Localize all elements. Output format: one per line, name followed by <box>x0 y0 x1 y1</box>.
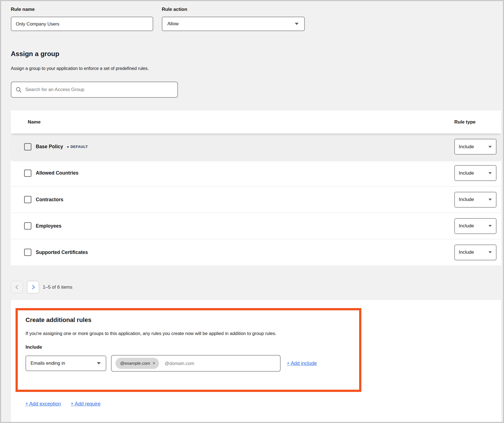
rule-type-select[interactable]: Include <box>454 192 497 208</box>
table-row: Supported Certificates Include <box>11 239 501 265</box>
column-header-name: Name <box>28 119 41 125</box>
table-row: Base Policy • DEFAULT Include <box>11 134 501 160</box>
include-rule-controls: Emails ending in @example.com × + Add in… <box>26 355 359 372</box>
rule-action-label: Rule action <box>162 7 305 12</box>
remove-chip-icon[interactable]: × <box>153 361 155 366</box>
chevron-down-icon <box>488 172 492 174</box>
row-name: Allowed Countries <box>36 170 79 176</box>
previous-page-button[interactable] <box>11 281 23 293</box>
additional-rules-section: Create additional rules If you're assign… <box>18 310 359 372</box>
table-header: Name Rule type <box>11 110 501 134</box>
rule-type-value: Include <box>459 250 474 255</box>
default-badge: • DEFAULT <box>67 144 88 149</box>
table-row: Contractors Include <box>11 186 501 213</box>
rule-links: + Add exception + Add require <box>25 401 100 407</box>
chevron-down-icon <box>488 251 492 253</box>
chevron-left-icon <box>15 285 20 289</box>
row-name: Supported Certificates <box>36 250 88 255</box>
chevron-down-icon <box>97 362 101 364</box>
rule-type-select[interactable]: Include <box>454 139 497 155</box>
additional-rules-description: If you're assigning one or more groups t… <box>26 331 356 336</box>
access-groups-table: Name Rule type Base Policy • DEFAULT Inc… <box>11 110 501 265</box>
chevron-down-icon <box>488 146 492 148</box>
bullet-icon: • <box>67 144 69 149</box>
row-checkbox[interactable] <box>24 143 31 150</box>
rule-action-select[interactable]: Allow <box>162 17 305 31</box>
domain-input[interactable] <box>165 361 276 366</box>
access-policy-page: Rule name Rule action Allow Assign a gro… <box>0 0 504 423</box>
rule-name-field: Rule name <box>11 7 153 31</box>
table-row: Allowed Countries Include <box>11 160 501 186</box>
email-chip: @example.com × <box>115 358 159 369</box>
rule-type-select[interactable]: Include <box>454 245 497 260</box>
include-section-label: Include <box>26 344 359 350</box>
rule-form: Rule name Rule action Allow <box>11 7 305 31</box>
rule-name-label: Rule name <box>11 7 153 12</box>
email-chip-label: @example.com <box>120 361 150 366</box>
row-checkbox[interactable] <box>24 170 31 177</box>
add-require-link[interactable]: + Add require <box>71 401 101 407</box>
chevron-right-icon <box>30 285 35 289</box>
row-name: Base Policy <box>36 144 63 150</box>
chevron-down-icon <box>488 199 492 201</box>
table-row: Employees Include <box>11 213 501 239</box>
pagination-range-label: 1–5 of 6 items <box>43 284 72 290</box>
rule-type-select[interactable]: Include <box>454 165 497 181</box>
rule-type-value: Include <box>459 197 474 202</box>
rule-name-input[interactable] <box>11 17 153 31</box>
rule-type-select[interactable]: Include <box>454 218 497 234</box>
chevron-down-icon <box>295 23 299 25</box>
next-page-button[interactable] <box>27 281 39 293</box>
default-badge-label: DEFAULT <box>70 145 88 149</box>
email-tag-input[interactable]: @example.com × <box>111 355 281 372</box>
condition-select[interactable]: Emails ending in <box>26 356 106 371</box>
row-name: Employees <box>36 223 61 229</box>
highlight-outline: Create additional rules If you're assign… <box>16 308 361 392</box>
condition-value: Emails ending in <box>31 361 65 366</box>
search-input[interactable] <box>25 87 173 92</box>
rule-action-value: Allow <box>167 21 179 27</box>
rule-type-value: Include <box>459 144 474 150</box>
pagination: 1–5 of 6 items <box>11 281 72 293</box>
add-include-link[interactable]: + Add include <box>287 361 317 366</box>
assign-group-heading: Assign a group <box>11 50 59 58</box>
row-checkbox[interactable] <box>24 222 31 230</box>
column-header-rule-type: Rule type <box>454 119 476 125</box>
row-checkbox[interactable] <box>24 249 31 256</box>
add-exception-link[interactable]: + Add exception <box>25 401 61 407</box>
row-name: Contractors <box>36 197 63 203</box>
rule-action-field: Rule action Allow <box>162 7 305 31</box>
rule-type-value: Include <box>459 223 474 229</box>
table-body: Base Policy • DEFAULT Include Allowed Co… <box>11 134 501 265</box>
chevron-down-icon <box>488 225 492 227</box>
assign-group-description: Assign a group to your application to en… <box>11 66 149 71</box>
row-checkbox[interactable] <box>24 196 31 203</box>
create-additional-rules-heading: Create additional rules <box>26 316 359 324</box>
additional-rules-card: Create additional rules If you're assign… <box>10 299 502 422</box>
search-icon <box>16 87 22 93</box>
rule-type-value: Include <box>459 170 474 176</box>
access-group-search <box>11 82 178 98</box>
